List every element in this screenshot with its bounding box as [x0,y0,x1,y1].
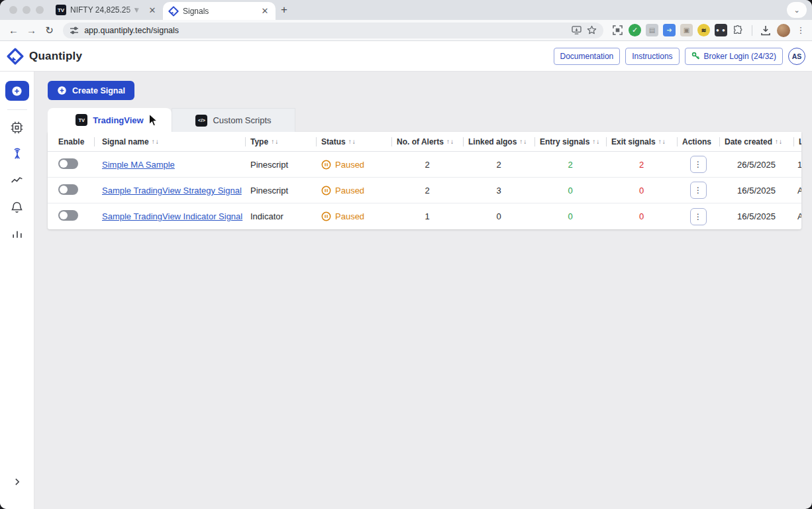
pause-circle-icon [321,186,331,196]
user-avatar[interactable]: AS [788,48,805,65]
status-label: Paused [335,186,364,196]
tradingview-favicon-icon: TV [56,5,66,15]
bookmark-star-icon[interactable] [587,25,597,35]
broker-login-button[interactable]: Broker Login (24/32) [685,48,783,65]
bee-extension-icon[interactable]: ≋ [697,24,710,36]
column-header-actions: Actions [677,132,719,151]
column-header-status[interactable]: Status↑↓ [316,132,391,151]
sidebar-item-alerts[interactable] [4,194,30,220]
sidebar-create-button[interactable] [5,81,29,101]
close-window-button[interactable] [9,6,17,14]
screenshot-extension-icon[interactable] [611,24,624,36]
column-header-enable: Enable [48,132,94,151]
type-cell: Pinescript [245,186,316,196]
entry-signals-cell: 2 [534,160,606,170]
sort-icons[interactable]: ↑↓ [592,138,600,145]
table-row: Sample TradingView Strategy Signal Pines… [48,178,801,203]
row-actions-button[interactable]: ⋮ [690,208,707,225]
sidebar-item-signals[interactable] [4,141,30,167]
sort-icons[interactable]: ↑↓ [271,138,279,145]
browser-tab-nifty[interactable]: TV NIFTY 24,825.25 ▼ −0.7% Ba ✕ [50,0,163,20]
column-header-linked-algos[interactable]: Linked algos↑↓ [463,132,534,151]
address-bar[interactable]: app.quantiply.tech/signals [63,23,603,38]
enable-toggle[interactable] [58,158,78,169]
url-text[interactable]: app.quantiply.tech/signals [84,26,566,35]
create-signal-button[interactable]: Create Signal [48,81,134,100]
sort-icons[interactable]: ↑↓ [775,138,783,145]
column-header-exit-signals[interactable]: Exit signals↑↓ [606,132,677,151]
signals-table-card: Enable Signal name↑↓ Type↑↓ Status↑↓ No.… [48,132,801,229]
pause-circle-icon [321,160,331,170]
sort-icons[interactable]: ↑↓ [519,138,527,145]
column-header-entry-signals[interactable]: Entry signals↑↓ [534,132,606,151]
enable-toggle[interactable] [58,210,78,221]
bar-chart-icon [11,227,24,240]
close-tab-icon[interactable]: ✕ [147,5,158,15]
extensions-puzzle-icon[interactable] [732,24,744,36]
notes-extension-icon[interactable]: ▣ [680,24,693,36]
plus-circle-icon [11,85,23,97]
reload-button[interactable]: ↻ [41,22,58,39]
chrome-profile-avatar[interactable] [777,24,790,37]
brand: Quantiply [7,48,82,65]
header-actions: Documentation Instructions Broker Login … [554,48,805,65]
status-badge: Paused [316,160,391,170]
session-extension-icon[interactable]: ➜ [663,24,676,36]
chrome-menu-icon[interactable]: ⋮ [795,25,807,35]
downloads-icon[interactable] [760,24,772,36]
header-label: Entry signals [540,137,589,146]
header-label: Exit signals [611,137,656,146]
column-header-signal-name[interactable]: Signal name↑↓ [94,132,245,151]
sidebar-expand-button[interactable] [13,477,22,486]
status-label: Paused [335,160,364,170]
column-header-date-created[interactable]: Date created↑↓ [719,132,793,151]
tab-tradingview[interactable]: TV TradingView [48,108,172,132]
back-button[interactable]: ← [5,22,22,39]
zoom-window-button[interactable] [36,6,44,14]
browser-tab-strip: TV NIFTY 24,825.25 ▼ −0.7% Ba ✕ Signals … [0,0,812,20]
close-tab-icon[interactable]: ✕ [260,6,270,16]
status-badge: Paused [316,186,391,196]
plus-circle-icon [57,85,67,95]
checker-extension-icon[interactable]: ✓ [629,24,641,36]
date-created-cell: 16/5/2025 [719,211,793,221]
header-label: Linked algos [468,137,517,146]
sidebar-item-algos[interactable] [4,114,30,141]
sort-icons[interactable]: ↑↓ [446,138,454,145]
toolbar-divider [752,25,752,36]
site-settings-icon[interactable] [70,26,79,35]
sort-icons[interactable]: ↑↓ [658,138,666,145]
header-label: Date created [725,137,772,146]
column-header-alerts[interactable]: No. of Alerts↑↓ [391,132,463,151]
sidebar-item-trades[interactable] [4,167,30,194]
tab-custom-scripts-label: Custom Scripts [213,115,271,125]
browser-toolbar: ← → ↻ app.quantiply.tech/signals ✓ ▤ ➜ ▣… [0,20,812,41]
exit-signals-cell: 0 [606,211,677,221]
documentation-button[interactable]: Documentation [554,48,621,65]
sidebar [0,72,34,509]
column-header-type[interactable]: Type↑↓ [245,132,316,151]
new-tab-button[interactable]: + [276,1,293,19]
header-label: Status [321,137,346,146]
sort-icons[interactable]: ↑↓ [348,138,356,145]
tab-title: NIFTY 24,825.25 ▼ −0.7% Ba [70,5,143,15]
row-actions-button[interactable]: ⋮ [690,156,707,173]
clipboard-extension-icon[interactable]: ▤ [646,24,658,36]
sidebar-item-analytics[interactable] [4,220,30,247]
row-actions-button[interactable]: ⋮ [690,182,707,199]
enable-toggle[interactable] [58,184,78,195]
browser-tab-signals[interactable]: Signals ✕ [163,2,276,20]
send-to-device-icon[interactable] [572,26,582,34]
tab-search-button[interactable]: ⌄ [787,2,807,18]
dark-extension-icon[interactable]: ● ● [715,24,727,36]
instructions-button[interactable]: Instructions [625,48,679,65]
signal-name-link[interactable]: Sample TradingView Strategy Signal [102,186,242,196]
tab-custom-scripts[interactable]: </> Custom Scripts [172,108,295,132]
signal-name-link[interactable]: Simple MA Sample [102,160,175,170]
sort-icons[interactable]: ↑↓ [152,138,160,145]
entry-signals-cell: 0 [534,186,606,196]
signal-name-link[interactable]: Sample TradingView Indicator Signal [102,211,242,221]
forward-button[interactable]: → [23,22,40,39]
minimize-window-button[interactable] [23,6,30,14]
exit-signals-cell: 2 [606,160,677,170]
